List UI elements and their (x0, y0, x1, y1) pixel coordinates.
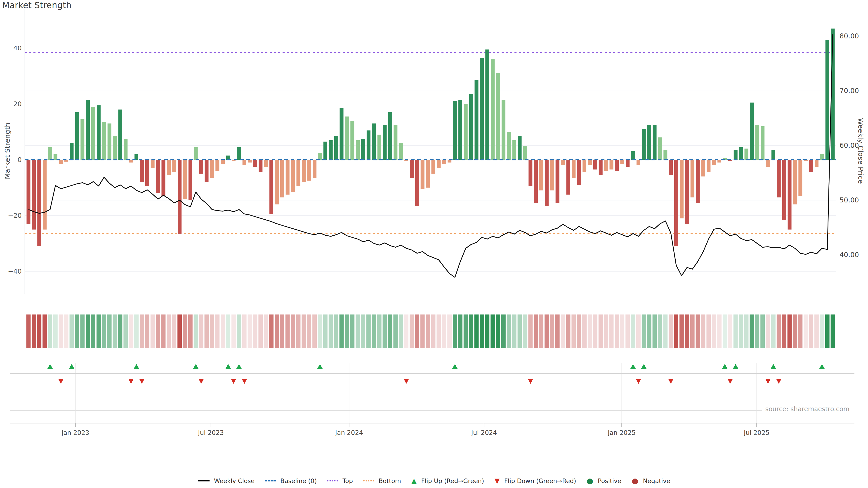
heatmap-cell (782, 315, 786, 348)
strength-bar-positive (345, 117, 349, 160)
heatmap-cell (366, 315, 371, 348)
strength-bar-negative (286, 160, 289, 195)
heatmap-cell (237, 315, 241, 348)
strength-bar-negative (140, 160, 144, 182)
strength-bar-positive (48, 147, 52, 160)
strength-bar-positive (513, 140, 516, 160)
legend-item-positive[interactable]: ●Positive (587, 477, 621, 484)
strength-bar-negative (421, 160, 425, 189)
strength-bar-negative (669, 160, 673, 175)
flip-up-marker (193, 364, 199, 369)
heatmap-cell (280, 315, 284, 348)
heatmap-cell (53, 315, 58, 348)
heatmap-cell (804, 315, 808, 348)
heatmap-cell (593, 315, 597, 348)
strength-bar-positive (394, 125, 397, 160)
heatmap-cell (80, 315, 85, 348)
heatmap-cell (761, 315, 765, 348)
legend-item-top[interactable]: Top (327, 477, 353, 484)
legend-item-weekly-close[interactable]: Weekly Close (198, 477, 255, 484)
x-axis-tick-label: Jul 2025 (743, 429, 770, 436)
heatmap-cell (458, 315, 463, 348)
strength-bar-positive (323, 142, 327, 160)
strength-bar-negative (313, 160, 316, 178)
heatmap-cell (453, 315, 457, 348)
strength-bar-positive (523, 146, 527, 160)
strength-bar-positive (54, 154, 57, 160)
heatmap-cell (610, 315, 614, 348)
heatmap-cell (37, 315, 41, 348)
strength-bar-negative (291, 160, 295, 192)
legend-label: Baseline (0) (280, 477, 317, 484)
heatmap-cell (350, 315, 354, 348)
heatmap-cell (226, 315, 230, 348)
heatmap-cell (426, 315, 430, 348)
strength-bar-positive (86, 100, 90, 160)
strength-bar-negative (577, 160, 581, 185)
strength-bar-negative (178, 160, 182, 234)
flip-up-marker (133, 364, 140, 369)
heatmap-cell (647, 315, 651, 348)
flip-up-marker (236, 364, 242, 369)
strength-bar-negative (221, 160, 225, 164)
strength-bar-positive (518, 136, 522, 160)
strength-bar-positive (102, 122, 106, 160)
strength-bar-negative (561, 160, 565, 165)
legend-item-negative[interactable]: ●Negative (632, 477, 671, 484)
heatmap-cell (215, 315, 219, 348)
heatmap-cell (620, 315, 624, 348)
heatmap-cell (604, 315, 608, 348)
strength-bar-positive (485, 50, 489, 160)
heatmap-cell (501, 315, 506, 348)
heatmap-cell (485, 315, 489, 348)
heatmap-cell (372, 315, 376, 348)
strength-bar-positive (350, 121, 354, 160)
x-axis-tick-label: Jan 2024 (335, 429, 363, 436)
heatmap-cell (653, 315, 657, 348)
strength-bar-negative (188, 160, 192, 200)
legend-item-flip-down[interactable]: ▼Flip Down (Green→Red) (495, 477, 576, 484)
heatmap-cell (59, 315, 63, 348)
strength-bar-positive (70, 143, 73, 160)
strength-bar-positive (334, 136, 338, 160)
legend-item-baseline[interactable]: Baseline (0) (265, 477, 317, 484)
strength-bar-negative (782, 160, 786, 220)
heatmap-cell (118, 315, 122, 348)
heatmap-cell (447, 315, 452, 348)
left-axis-tick-label: −40 (8, 267, 22, 275)
heatmap-cell (242, 315, 247, 348)
heatmap-cell (507, 315, 511, 348)
strength-bar-negative (161, 160, 165, 196)
legend-item-bottom[interactable]: Bottom (363, 477, 401, 484)
strength-bar-positive (107, 123, 112, 160)
strength-bar-negative (258, 160, 262, 172)
flip-up-marker (47, 364, 53, 369)
strength-bar-negative (809, 160, 813, 172)
heatmap-cell (194, 315, 198, 348)
source-note: source: sharemaestro.com (762, 405, 852, 413)
strength-bar-negative (615, 160, 619, 171)
heatmap-cell (464, 315, 468, 348)
heatmap-cell (312, 315, 317, 348)
strength-bar-negative (199, 160, 203, 174)
heatmap-cell (129, 315, 133, 348)
left-axis-tick-label: 0 (18, 156, 22, 164)
heatmap-cell (518, 315, 522, 348)
strength-bar-positive (772, 150, 775, 160)
heatmap-cell (151, 315, 155, 348)
heatmap-cell (145, 315, 149, 348)
strength-bar-negative (534, 160, 538, 203)
heatmap-cell (561, 315, 565, 348)
heatmap-cell (178, 315, 182, 348)
heatmap-cell (744, 315, 749, 348)
strength-bar-positive (491, 59, 495, 160)
strength-bar-negative (593, 160, 597, 169)
heatmap-cell (706, 315, 711, 348)
legend-item-flip-up[interactable]: ▲Flip Up (Red→Green) (411, 477, 484, 484)
legend-label: Weekly Close (214, 477, 255, 484)
strength-bar-positive (134, 154, 138, 160)
strength-bar-positive (91, 107, 95, 160)
right-axis-tick-label: 50.00 (839, 196, 859, 204)
strength-bar-positive (458, 100, 462, 160)
strength-bar-negative (151, 160, 155, 168)
